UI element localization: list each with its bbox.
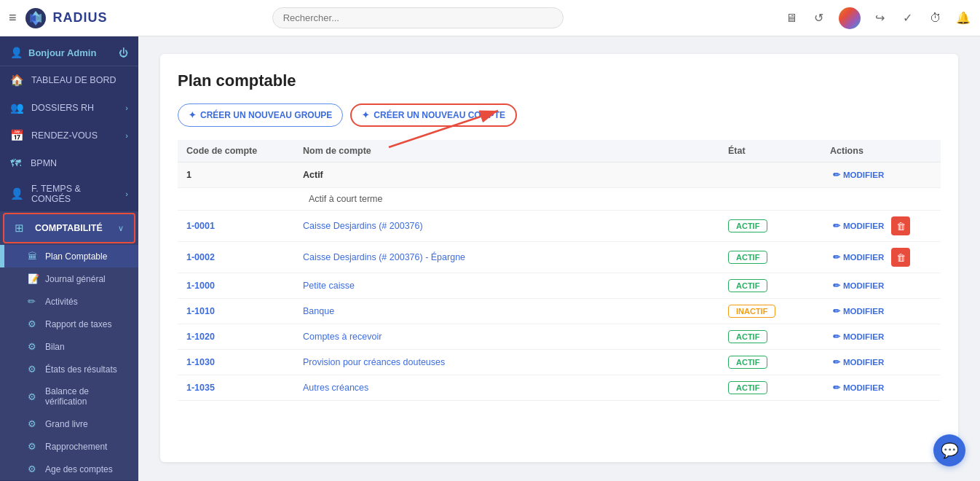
search-input[interactable] [272,7,564,28]
modifier-button[interactable]: ✏ MODIFIER [830,168,887,181]
person-icon: 👤 [10,187,24,200]
gear-icon: ⚙ [28,441,39,452]
sidebar: 👤 Bonjour Admin ⏻ 🏠 TABLEAU DE BORD 👥 DO… [0,36,138,481]
gear-icon: ⚙ [28,464,39,474]
account-actions: ✏MODIFIER [830,279,932,292]
account-actions: ✏MODIFIER 🗑 [830,216,932,235]
create-group-button[interactable]: ✦ CRÉER UN NOUVEAU GROUPE [178,103,343,127]
pen-icon: ✏ [28,296,39,307]
sidebar-subitem-grand-livre[interactable]: ⚙ Grand livre [0,412,138,435]
account-etat: ACTIF [728,330,830,343]
chevron-icon: › [125,103,128,112]
power-icon[interactable]: ⏻ [119,47,128,58]
sidebar-subitem-age-comptes[interactable]: ⚙ Age des comptes [0,458,138,480]
subitem-label-etats: États des résultats [45,364,117,375]
gear-icon: ⚙ [28,391,39,402]
account-code: 1-0001 [186,221,303,231]
brand: RADIUS [24,7,162,30]
sidebar-item-tableau-de-bord[interactable]: 🏠 TABLEAU DE BORD [0,66,138,94]
toolbar: ✦ CRÉER UN NOUVEAU GROUPE ✦ CRÉER UN NOU… [178,103,941,127]
map-icon: 🗺 [10,157,23,169]
monitor-icon[interactable]: 🖥 [783,10,799,26]
table-row: 1-1000 Petite caisse ACTIF ✏MODIFIER [178,273,941,299]
subitem-label-activites: Activités [45,297,78,307]
bell-icon[interactable]: 🔔 [955,10,971,26]
modifier-button[interactable]: ✏MODIFIER [830,305,887,318]
sidebar-label-temps-conges: F. TEMPS & CONGÉS [31,184,118,204]
sidebar-subitem-rapprochement[interactable]: ⚙ Rapprochement [0,435,138,458]
account-actions: ✏MODIFIER [830,305,932,318]
sidebar-item-rendez-vous[interactable]: 📅 RENDEZ-VOUS › [0,122,138,149]
main-panel: Plan comptable ✦ CRÉER UN NOUVEAU GROUPE… [160,54,958,462]
edit-icon: ✏ [833,221,840,231]
sidebar-item-dossiers-rh[interactable]: 👥 DOSSIERS RH › [0,94,138,122]
share-icon[interactable]: ↪ [872,10,888,26]
account-etat: ACTIF [728,279,830,292]
group-icon: 👥 [10,101,24,114]
sidebar-subitem-activites[interactable]: ✏ Activités [0,290,138,313]
sidebar-label-bpmn: BPMN [31,158,128,168]
delete-button[interactable]: 🗑 [891,216,910,235]
account-etat: INACTIF [728,305,830,318]
account-code: 1-1010 [186,306,303,316]
modifier-button[interactable]: ✏MODIFIER [830,356,887,369]
account-name: Provision pour créances douteuses [303,357,728,367]
edit-icon: ✏ [833,306,840,316]
sidebar-subitem-bilan[interactable]: ⚙ Bilan [0,335,138,358]
subitem-label-rapport-taxes: Rapport de taxes [45,319,111,329]
sidebar-subitem-plan-comptable[interactable]: 🏛 Plan Comptable [0,245,138,267]
table-row: 1-1020 Comptes à recevoir ACTIF ✏MODIFIE… [178,324,941,350]
sidebar-subitem-rapport-taxes[interactable]: ⚙ Rapport de taxes [0,313,138,335]
modifier-button[interactable]: ✏MODIFIER [830,381,887,394]
sidebar-user: 👤 Bonjour Admin ⏻ [0,36,138,66]
subitem-label-plan-comptable: Plan Comptable [45,251,107,262]
svg-marker-4 [36,14,42,23]
account-etat: ACTIF [728,356,830,369]
bank-icon: 🏛 [28,251,39,262]
account-code: 1-1030 [186,357,303,367]
avatar[interactable] [839,7,861,29]
account-code: 1-0002 [186,252,303,262]
subitem-label-journal: Journal général [45,274,106,284]
history-icon[interactable]: ↺ [811,10,827,26]
subitem-label-age-comptes: Age des comptes [45,464,113,474]
create-account-label: CRÉER UN NOUVEAU COMPTE [374,110,505,120]
sidebar-label-dossiers: DOSSIERS RH [31,103,118,113]
status-badge: ACTIF [728,381,767,394]
search-bar[interactable] [272,7,564,28]
comptabilite-section: ⊞ COMPTABILITÉ ∨ 🏛 Plan Comptable 📝 Jour… [0,211,138,480]
account-name: Banque [303,306,728,316]
sidebar-subitem-balance-verification[interactable]: ⚙ Balance de vérification [0,380,138,412]
sidebar-item-f-temps-conges[interactable]: 👤 F. TEMPS & CONGÉS › [0,176,138,211]
layout: 👤 Bonjour Admin ⏻ 🏠 TABLEAU DE BORD 👥 DO… [0,36,980,481]
status-badge: ACTIF [728,356,767,369]
create-account-button[interactable]: ✦ CRÉER UN NOUVEAU COMPTE [350,103,517,127]
col-header-actions: Actions [830,146,932,156]
chat-icon: 💬 [941,442,959,459]
account-etat: ACTIF [728,251,830,264]
navbar-icons: 🖥 ↺ ↪ ✓ ⏱ 🔔 [783,7,971,29]
modifier-button[interactable]: ✏MODIFIER [830,330,887,343]
table-row: 1-1010 Banque INACTIF ✏MODIFIER [178,299,941,324]
account-etat: ACTIF [728,219,830,232]
page-title: Plan comptable [178,71,941,90]
check-icon[interactable]: ✓ [900,10,916,26]
col-header-code: Code de compte [186,146,303,156]
table-header: Code de compte Nom de compte État Action… [178,140,941,163]
chat-bubble-button[interactable]: 💬 [933,434,965,466]
modifier-button[interactable]: ✏MODIFIER [830,279,887,292]
chevron-down-icon: ∨ [118,224,124,233]
sidebar-subitem-journal-general[interactable]: 📝 Journal général [0,267,138,290]
col-header-name: Nom de compte [303,146,728,156]
delete-button[interactable]: 🗑 [891,248,910,267]
edit-icon: ✏ [833,281,840,291]
clock-icon[interactable]: ⏱ [928,10,944,26]
hamburger-icon[interactable]: ≡ [9,10,17,26]
sidebar-item-bpmn[interactable]: 🗺 BPMN [0,149,138,176]
modifier-button[interactable]: ✏MODIFIER [830,251,887,264]
sidebar-item-comptabilite[interactable]: ⊞ COMPTABILITÉ ∨ [3,213,135,243]
modifier-button[interactable]: ✏MODIFIER [830,219,887,232]
group-actions: ✏ MODIFIER [830,168,932,181]
gear-icon: ⚙ [28,418,39,429]
sidebar-subitem-etats-resultats[interactable]: ⚙ États des résultats [0,358,138,380]
